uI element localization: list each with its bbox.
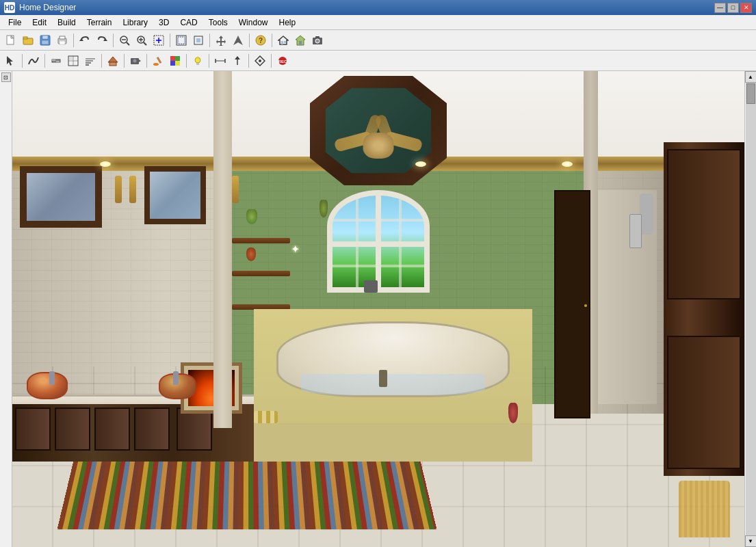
menu-bar: File Edit Build Terrain Library 3D CAD T… (0, 15, 756, 30)
exterior-view-button[interactable] (292, 32, 309, 49)
main-area: ⊡ (0, 71, 756, 547)
sep1 (73, 34, 74, 47)
scroll-up-button[interactable]: ▲ (745, 71, 757, 83)
material-button[interactable] (167, 53, 183, 69)
shelf-vase-low (246, 248, 256, 261)
new-button[interactable] (3, 32, 19, 49)
sep5 (249, 34, 250, 47)
help-btn[interactable]: ? (252, 32, 269, 49)
sep-t7 (209, 54, 209, 68)
menu-3d[interactable]: 3D (153, 15, 174, 30)
wall-tool-button[interactable] (48, 53, 64, 69)
light-button[interactable] (190, 53, 206, 69)
svg-line-18 (144, 42, 146, 45)
fan-body (363, 133, 394, 159)
column-left (213, 71, 232, 428)
cabinet-door-3 (94, 408, 130, 451)
minimize-button[interactable]: — (714, 3, 726, 13)
svg-rect-45 (69, 57, 73, 61)
record-button[interactable]: REC (274, 53, 291, 69)
menu-tools[interactable]: Tools (203, 15, 233, 30)
camera-walk-button[interactable] (127, 53, 144, 69)
zoom-in-button[interactable] (133, 32, 150, 49)
cabinet-door-2 (55, 408, 90, 451)
right-scrollbar: ▲ ▼ (744, 71, 756, 547)
open-button[interactable] (20, 32, 36, 49)
menu-build[interactable]: Build (52, 15, 81, 30)
menu-window[interactable]: Window (233, 15, 274, 30)
svg-rect-5 (42, 36, 48, 39)
svg-marker-26 (216, 36, 226, 46)
close-button[interactable]: ✕ (740, 3, 752, 13)
save-button[interactable] (37, 32, 53, 49)
svg-marker-68 (235, 56, 240, 59)
sep4 (209, 34, 210, 47)
print-button[interactable] (54, 32, 70, 49)
svg-rect-23 (178, 37, 185, 44)
maximize-button[interactable]: □ (727, 3, 739, 13)
recessed-light-3 (562, 161, 573, 167)
redo-button[interactable] (94, 32, 110, 49)
svg-point-56 (153, 63, 159, 66)
wall-sconce-4 (232, 176, 239, 203)
svg-rect-57 (170, 56, 175, 61)
zoom-out-button[interactable] (116, 32, 133, 49)
transform-button[interactable] (252, 53, 268, 69)
shower-area (590, 190, 656, 404)
menu-terrain[interactable]: Terrain (81, 15, 118, 30)
svg-rect-47 (86, 62, 91, 64)
svg-point-61 (195, 57, 200, 63)
shelf-2 (232, 271, 290, 276)
arrow-up-button[interactable] (230, 32, 246, 49)
sep-t5 (146, 54, 147, 68)
roof-button[interactable] (105, 53, 121, 69)
towels (254, 411, 278, 423)
menu-library[interactable]: Library (117, 15, 153, 30)
canvas-area[interactable]: ✦ (12, 71, 744, 547)
svg-point-54 (133, 59, 137, 62)
dimension-button[interactable] (212, 53, 229, 69)
sep-t3 (101, 54, 102, 68)
sep-t6 (186, 54, 187, 68)
svg-rect-3 (23, 37, 27, 39)
tub-faucet (379, 370, 387, 387)
svg-marker-50 (108, 57, 118, 62)
shelf-clock (364, 280, 378, 293)
sep-t1 (22, 54, 23, 68)
bathtub (276, 321, 510, 397)
undo-button[interactable] (77, 32, 93, 49)
title-bar: HD Home Designer — □ ✕ (0, 0, 756, 15)
spline-button[interactable] (25, 53, 42, 69)
scroll-thumb-vertical[interactable] (746, 83, 755, 104)
view-toggle[interactable]: ⊡ (1, 72, 11, 82)
fill-window-button[interactable] (173, 32, 190, 49)
window-mullion-h (333, 241, 424, 247)
app-icon: HD (4, 2, 15, 13)
bathtub-step (254, 423, 532, 462)
zoom-box-button[interactable] (151, 32, 167, 49)
svg-rect-9 (60, 41, 65, 44)
shelf-1 (232, 238, 290, 243)
select-tool-button[interactable] (3, 53, 19, 69)
cabinet-door-5 (177, 408, 212, 451)
menu-help[interactable]: Help (273, 15, 301, 30)
menu-file[interactable]: File (3, 15, 27, 30)
svg-marker-11 (103, 38, 107, 41)
floor-tool-button[interactable] (65, 53, 81, 69)
door-knob (584, 304, 587, 307)
laundry-basket (679, 481, 730, 538)
menu-edit[interactable]: Edit (27, 15, 52, 30)
camera-view-button[interactable] (309, 32, 326, 49)
svg-point-70 (259, 59, 261, 62)
window-mullion-v2 (356, 196, 359, 287)
move-button[interactable] (213, 32, 229, 49)
select-all-button[interactable] (190, 32, 207, 49)
house-view-button[interactable] (275, 32, 291, 49)
menu-cad[interactable]: CAD (174, 15, 203, 30)
stairs-button[interactable] (82, 53, 99, 69)
cabinet-door-1 (15, 408, 51, 451)
arrow-button[interactable] (229, 53, 246, 69)
window-container (327, 190, 430, 293)
scroll-down-button[interactable]: ▼ (745, 535, 757, 547)
paint-button[interactable] (150, 53, 166, 69)
